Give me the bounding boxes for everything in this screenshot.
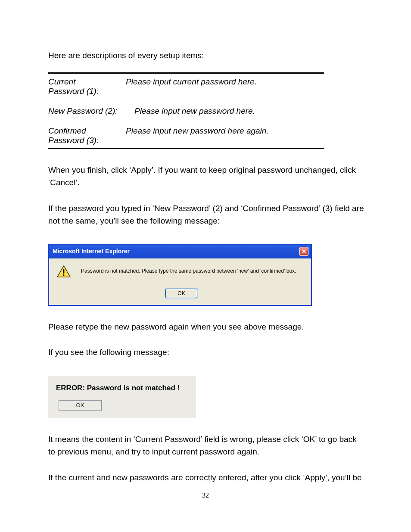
def-term-line: Password (3): — [48, 136, 126, 145]
def-row-confirmed-password: Confirmed Password (3): Please input new… — [48, 126, 324, 145]
def-term: Current Password (1): — [48, 77, 126, 96]
dialog-title: Microsoft Internet Explorer — [53, 248, 299, 255]
def-term-line: Current — [48, 77, 126, 87]
close-icon — [302, 249, 306, 254]
def-desc: Please input new password here. — [134, 106, 324, 116]
def-desc: Please input new password here again. — [126, 126, 324, 145]
paragraph-apply-cancel: When you finish, click ‘Apply’. If you w… — [48, 164, 365, 189]
svg-rect-3 — [63, 269, 65, 274]
error-dialog-title: ERROR: Password is not matched ! — [56, 384, 191, 392]
paragraph-following: If you see the following message: — [48, 346, 365, 358]
definitions-table: Current Password (1): Please input curre… — [48, 72, 324, 149]
def-term: New Password (2): — [48, 106, 134, 116]
paragraph-means: It means the content in ‘Current Passwor… — [48, 433, 365, 458]
def-row-new-password: New Password (2): Please input new passw… — [48, 106, 324, 116]
page-number: 32 — [0, 492, 411, 499]
dialog-button-row: OK — [57, 289, 306, 298]
ie-dialog: Microsoft Internet Explorer Password is … — [48, 244, 312, 306]
def-term-line: Password (1): — [48, 87, 126, 96]
def-row-current-password: Current Password (1): Please input curre… — [48, 77, 324, 96]
dialog-content: Password is not matched. Please type the… — [57, 267, 306, 277]
paragraph-final: If the current and new passwords are cor… — [48, 471, 365, 484]
paragraph-mismatch: If the password you typed in ‘New Passwo… — [48, 202, 365, 227]
paragraph-retype: Please retype the new password again whe… — [48, 320, 365, 333]
dialog-body: Password is not matched. Please type the… — [49, 258, 311, 305]
error-dialog: ERROR: Password is not matched ! OK — [48, 376, 196, 418]
def-desc: Please input current password here. — [126, 77, 324, 96]
ok-button[interactable]: OK — [165, 289, 197, 298]
dialog-message: Password is not matched. Please type the… — [81, 267, 296, 274]
def-term-line: Confirmed — [48, 126, 126, 136]
svg-point-4 — [63, 274, 64, 276]
dialog-titlebar: Microsoft Internet Explorer — [49, 245, 311, 258]
def-term: Confirmed Password (3): — [48, 126, 126, 145]
intro-text: Here are descriptions of every setup ite… — [48, 51, 365, 60]
ok-button[interactable]: OK — [59, 400, 102, 411]
close-button[interactable] — [299, 247, 308, 256]
warning-icon — [57, 265, 71, 277]
